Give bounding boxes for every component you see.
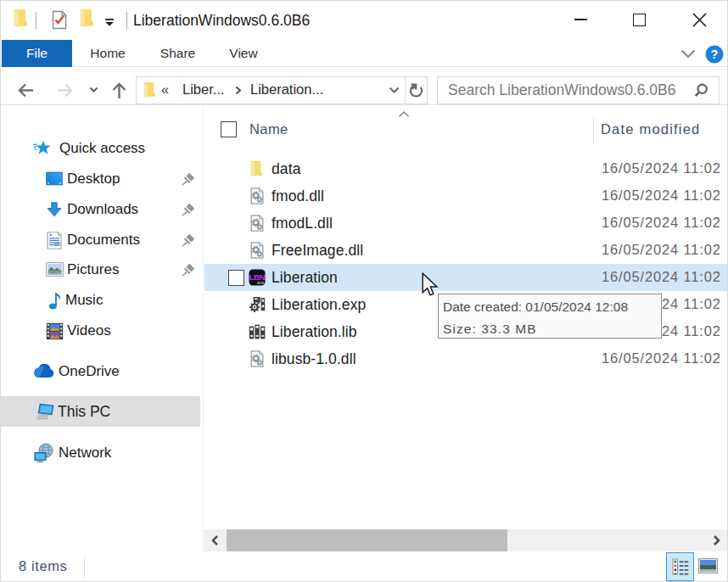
svg-text:?: ?	[711, 48, 719, 61]
svg-text:LBN: LBN	[249, 272, 266, 282]
svg-text:BETA: BETA	[257, 282, 265, 285]
